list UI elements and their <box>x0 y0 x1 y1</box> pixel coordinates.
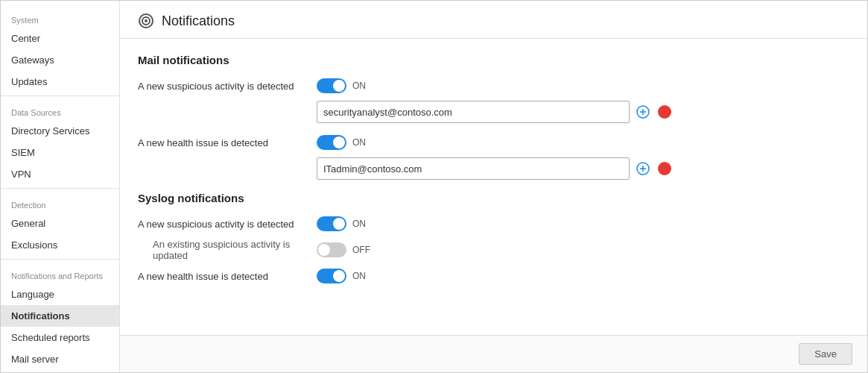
mail-toggle-1[interactable] <box>317 78 346 93</box>
sidebar-item-center[interactable]: Center <box>1 28 119 49</box>
mail-toggle-2-label: ON <box>352 137 373 148</box>
sidebar-divider-2 <box>1 259 119 260</box>
main-content: Notifications Mail notifications A new s… <box>120 1 867 372</box>
page-body: Mail notifications A new suspicious acti… <box>120 39 867 335</box>
sidebar-section-0: System <box>1 7 119 28</box>
mail-toggle-1-label: ON <box>352 81 373 91</box>
save-button[interactable]: Save <box>799 343 852 365</box>
sidebar-item-language[interactable]: Language <box>1 283 119 305</box>
sidebar-section-2: Detection <box>1 192 119 213</box>
sidebar-item-updates[interactable]: Updates <box>1 71 119 93</box>
syslog-toggle-2-container: OFF <box>317 242 373 257</box>
mail-toggle-2-container: ON <box>317 135 373 150</box>
mail-row-1: A new suspicious activity is detected ON <box>138 78 849 93</box>
syslog-row-2: An existing suspicious activity isupdate… <box>138 239 849 261</box>
sidebar-item-notifications[interactable]: Notifications <box>1 305 119 327</box>
sidebar-item-vpn[interactable]: VPN <box>1 163 119 185</box>
syslog-notifications-section: Syslog notifications A new suspicious ac… <box>138 192 849 283</box>
syslog-toggle-1[interactable] <box>317 216 346 231</box>
mail-section-title: Mail notifications <box>138 54 849 66</box>
page-header: Notifications <box>120 1 867 39</box>
mail-row-2-label: A new health issue is detected <box>138 137 309 148</box>
svg-point-2 <box>145 19 148 22</box>
syslog-toggle-1-container: ON <box>317 216 373 231</box>
page-title: Notifications <box>162 13 235 29</box>
sidebar-item-siem[interactable]: SIEM <box>1 142 119 163</box>
mail-delete-email-btn-2[interactable] <box>658 162 671 175</box>
syslog-toggle-3-label: ON <box>352 271 373 281</box>
sidebar-item-exclusions[interactable]: Exclusions <box>1 234 119 256</box>
mail-email-row-2 <box>317 157 849 180</box>
mail-add-email-btn-2[interactable] <box>633 158 653 179</box>
mail-row-2: A new health issue is detected ON <box>138 135 849 150</box>
syslog-row-3: A new health issue is detected ON <box>138 269 849 283</box>
syslog-toggle-1-label: ON <box>352 219 373 229</box>
sidebar-section-1: Data Sources <box>1 99 119 120</box>
sidebar-section-3: Notifications and Reports <box>1 263 119 283</box>
page-footer: Save <box>120 335 867 372</box>
app-container: SystemCenterGatewaysUpdatesData SourcesD… <box>0 0 868 373</box>
syslog-toggle-3[interactable] <box>317 269 346 283</box>
sidebar-item-scheduled-reports[interactable]: Scheduled reports <box>1 327 119 348</box>
mail-add-email-btn-1[interactable] <box>633 101 653 122</box>
notifications-icon <box>138 13 154 29</box>
mail-email-row-1 <box>317 101 849 123</box>
syslog-row-1: A new suspicious activity is detected ON <box>138 216 849 231</box>
sidebar: SystemCenterGatewaysUpdatesData SourcesD… <box>1 1 120 372</box>
mail-delete-email-btn-1[interactable] <box>658 105 671 119</box>
syslog-section-title: Syslog notifications <box>138 192 849 204</box>
syslog-toggle-2-label: OFF <box>352 245 373 255</box>
syslog-row-3-label: A new health issue is detected <box>138 271 309 282</box>
syslog-row-2-label: An existing suspicious activity isupdate… <box>138 239 309 261</box>
syslog-toggle-3-container: ON <box>317 269 373 283</box>
syslog-row-1-label: A new suspicious activity is detected <box>138 219 309 230</box>
sidebar-divider-0 <box>1 95 119 96</box>
sidebar-item-gateways[interactable]: Gateways <box>1 49 119 71</box>
sidebar-item-directory-services[interactable]: Directory Services <box>1 120 119 142</box>
mail-email-input-1[interactable] <box>317 101 630 123</box>
mail-toggle-1-container: ON <box>317 78 373 93</box>
mail-notifications-section: Mail notifications A new suspicious acti… <box>138 54 849 180</box>
mail-email-input-2[interactable] <box>317 157 630 180</box>
sidebar-item-mail-server[interactable]: Mail server <box>1 348 119 370</box>
mail-toggle-2[interactable] <box>317 135 346 150</box>
sidebar-item-general[interactable]: General <box>1 213 119 234</box>
mail-row-1-label: A new suspicious activity is detected <box>138 81 309 92</box>
sidebar-divider-1 <box>1 188 119 189</box>
syslog-toggle-2[interactable] <box>317 242 346 257</box>
sidebar-item-syslog-server[interactable]: Syslog server <box>1 370 119 372</box>
